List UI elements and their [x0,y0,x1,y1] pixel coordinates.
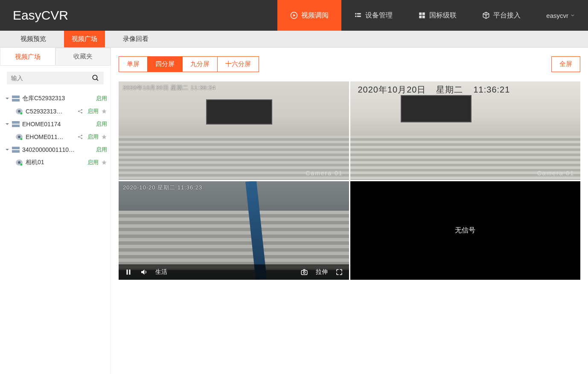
sidebar-tab-square[interactable]: 视频广场 [0,48,55,65]
video-cell-4[interactable]: 无信号 [350,181,581,280]
sidebar-tab-fav[interactable]: 收藏夹 [55,48,111,65]
tree-label: 仓库C52932313 [22,95,92,102]
device-icon [12,96,20,101]
star-icon[interactable] [101,108,107,114]
svg-point-26 [18,161,20,164]
chevron-down-icon [570,13,575,18]
nav-device-mgmt[interactable]: 设备管理 [341,0,405,31]
svg-rect-11 [12,99,20,101]
tree-label: C52932313… [26,108,75,115]
tree-camera[interactable]: 相机01 启用 [3,156,109,169]
timestamp-overlay: 2020年10月20日 星期二 11:36:21 [358,84,518,96]
svg-rect-28 [127,270,128,275]
volume-icon[interactable] [140,268,148,276]
nav-platform-access[interactable]: 平台接入 [469,0,533,31]
svg-point-15 [81,109,82,110]
camera-icon [15,133,23,140]
tree-label: 34020000001110… [22,146,92,153]
svg-point-9 [93,75,97,80]
svg-point-19 [18,136,20,138]
status-label: 启用 [87,133,99,141]
svg-point-27 [20,164,23,166]
svg-rect-6 [422,12,425,15]
pause-icon[interactable] [125,268,132,276]
timestamp-overlay: 2020年10月20日 星期二 11:36:24 [123,84,216,92]
player-stretch[interactable]: 拉伸 [316,268,328,276]
tree-group[interactable]: 34020000001110… 启用 [3,143,109,156]
svg-point-22 [81,135,82,136]
tree-label: EHOME011… [26,133,75,140]
search-input[interactable] [11,75,92,81]
tree-group[interactable]: 仓库C52932313 启用 [3,92,109,105]
tree-label: EHOME01174 [22,121,92,128]
svg-rect-3 [355,16,357,17]
split-1[interactable]: 单屏 [119,57,148,72]
header: EasyCVR 视频调阅 设备管理 国标级联 平台接入 easycvr [0,0,588,31]
tree-label: 相机01 [26,159,83,166]
split-9[interactable]: 九分屏 [183,57,218,72]
top-nav: 视频调阅 设备管理 国标级联 平台接入 [277,0,533,31]
ts-day: 星期二 [436,85,463,94]
list-icon [354,12,362,19]
sub-tabs: 视频预览 视频广场 录像回看 [0,31,588,48]
player-controls: 生活 拉伸 [119,264,349,280]
nav-video-review[interactable]: 视频调阅 [277,0,341,31]
svg-rect-17 [12,121,20,124]
split-16[interactable]: 十六分屏 [218,57,259,72]
share-icon[interactable] [77,108,83,114]
nav-gb-cascade[interactable]: 国标级联 [405,0,469,31]
subtab-square[interactable]: 视频广场 [64,31,105,47]
snapshot-icon[interactable] [300,268,308,276]
toolbar: 单屏 四分屏 九分屏 十六分屏 全屏 [119,56,580,72]
nav-label: 国标级联 [429,11,457,20]
chevron-down-icon [5,148,9,152]
star-icon[interactable] [101,134,107,140]
fullscreen-button[interactable]: 全屏 [551,56,580,72]
device-icon [12,147,20,153]
svg-rect-10 [12,96,20,98]
svg-rect-18 [12,125,20,127]
camera-icon [15,159,23,166]
svg-rect-30 [301,270,307,275]
chevron-down-icon [5,96,9,101]
split-4[interactable]: 四分屏 [148,57,183,72]
svg-rect-25 [12,150,20,153]
nav-label: 视频调阅 [301,11,329,20]
star-icon[interactable] [101,159,107,165]
svg-point-14 [78,111,79,112]
video-frame [350,81,581,180]
search-icon[interactable] [92,74,99,82]
content: 单屏 四分屏 九分屏 十六分屏 全屏 2020年10月20日 星期二 11:36… [111,48,588,374]
share-icon[interactable] [77,134,83,140]
video-cell-1[interactable]: 2020年10月20日 星期二 11:36:24 Camera 01 [119,81,349,180]
no-signal-label: 无信号 [350,181,581,280]
video-cell-3[interactable]: 2020-10-20 星期二 11:36:23 生活 拉伸 [119,181,349,280]
svg-point-16 [81,112,82,113]
svg-point-20 [20,138,23,140]
expand-icon[interactable] [335,268,343,276]
tree-camera[interactable]: C52932313… 启用 [3,105,109,118]
status-label: 启用 [96,95,107,102]
tree-camera[interactable]: EHOME011… 启用 [3,130,109,143]
search-box[interactable] [7,72,104,84]
status-label: 启用 [96,146,107,154]
tree-group[interactable]: EHOME01174 启用 [3,118,109,130]
grid-icon [418,12,426,19]
split-buttons: 单屏 四分屏 九分屏 十六分屏 [119,56,259,72]
camera-label: Camera 01 [537,170,574,177]
subtab-preview[interactable]: 视频预览 [13,31,54,47]
video-frame [119,81,349,180]
subtab-playback[interactable]: 录像回看 [115,31,156,47]
svg-point-31 [303,272,305,274]
timestamp-overlay: 2020-10-20 星期二 11:36:23 [123,184,202,191]
camera-label: Camera 01 [306,170,343,177]
sidebar-tabs: 视频广场 收藏夹 [0,48,111,66]
svg-rect-8 [422,16,425,18]
sidebar: 视频广场 收藏夹 仓库C52932313 启用 C52932313… 启用 [0,48,111,374]
svg-rect-24 [12,147,20,149]
player-mode[interactable]: 生活 [155,268,167,276]
user-menu[interactable]: easycvr [533,12,588,19]
play-icon [290,12,298,19]
video-cell-2[interactable]: 2020年10月20日 星期二 11:36:21 Camera 01 [350,81,581,180]
camera-icon [15,108,23,115]
